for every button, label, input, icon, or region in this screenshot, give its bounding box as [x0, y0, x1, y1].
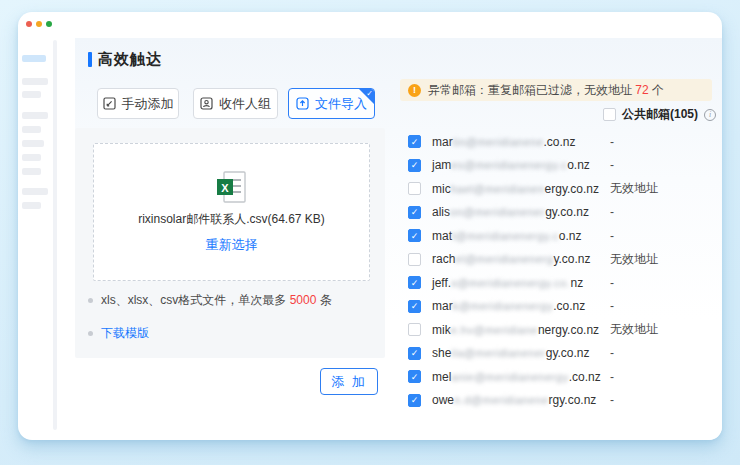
email-prefix: mat [432, 229, 452, 243]
email-address: matt@meridianenergy.co.nz [432, 229, 581, 243]
row-checkbox[interactable]: ✓ [408, 276, 421, 289]
email-address: james@meridianenergy.co.nz [432, 158, 590, 172]
row-checkbox[interactable] [408, 182, 421, 195]
row-checkbox[interactable] [408, 253, 421, 266]
upload-panel: X rixinsolar邮件联系人.csv(64.67 KB) 重新选择 xls… [75, 128, 385, 358]
sidebar-skeleton-item [22, 140, 44, 147]
email-prefix: mik [432, 323, 451, 337]
uploaded-filename: rixinsolar邮件联系人.csv(64.67 KB) [138, 211, 325, 228]
sidebar-skeleton-item [22, 188, 48, 195]
row-status: - [610, 276, 614, 290]
email-redacted: tin@meridianene [453, 136, 544, 148]
row-checkbox[interactable]: ✓ [408, 347, 421, 360]
email-suffix: .co.nz [553, 299, 585, 313]
page-title-text: 高效触达 [98, 50, 162, 69]
row-checkbox[interactable]: ✓ [408, 300, 421, 313]
row-checkbox[interactable]: ✓ [408, 394, 421, 407]
row-status: - [610, 370, 614, 384]
reselect-file-link[interactable]: 重新选择 [206, 236, 258, 254]
invalid-count: 72 [635, 83, 648, 97]
row-status: - [610, 299, 614, 313]
add-button[interactable]: 添 加 [320, 368, 378, 395]
email-list-row: michael@meridianenergy.co.nz 无效地址 [400, 177, 722, 201]
recipient-group-button[interactable]: 收件人组 [193, 88, 278, 119]
edit-square-icon [103, 97, 116, 110]
banner-text: 异常邮箱：重复邮箱已过滤，无效地址 72 个 [428, 82, 664, 99]
download-template-link[interactable]: 下载模版 [101, 325, 149, 342]
sidebar-skeleton-item [22, 126, 41, 133]
max-count: 5000 [290, 293, 317, 307]
email-address: rachel@meridianenergy.co.nz [432, 252, 591, 266]
email-prefix: mar [432, 299, 453, 313]
file-import-label: 文件导入 [315, 95, 367, 113]
sidebar-skeleton-item [22, 112, 48, 119]
selected-check-icon: ✓ [366, 89, 373, 99]
email-address: owen.d@meridianenergy.co.nz [432, 393, 596, 407]
row-status: 无效地址 [610, 321, 658, 338]
row-checkbox[interactable]: ✓ [408, 229, 421, 242]
row-status: - [610, 205, 614, 219]
contacts-icon [200, 97, 213, 110]
email-prefix: alis [432, 205, 450, 219]
email-redacted: on@meridianener [450, 206, 545, 218]
file-dropzone[interactable]: X rixinsolar邮件联系人.csv(64.67 KB) 重新选择 [93, 143, 370, 281]
email-list-row: ✓ jeff.x@meridianenergy.co.nz - [400, 271, 722, 295]
excel-file-icon: X [217, 171, 247, 203]
email-suffix: .co.nz [569, 370, 601, 384]
row-status: - [610, 135, 614, 149]
email-list-row: ✓ matt@meridianenergy.co.nz - [400, 224, 722, 248]
public-mailbox-label: 公共邮箱(105) [622, 106, 698, 123]
email-suffix: rgy.co.nz [549, 393, 597, 407]
public-mailbox-checkbox[interactable] [603, 108, 616, 121]
email-prefix: mar [432, 135, 453, 149]
svg-text:X: X [221, 181, 229, 193]
email-suffix: gy.co.nz [545, 205, 589, 219]
email-redacted: x@meridianenergy.co. [451, 277, 570, 289]
email-prefix: jam [432, 158, 451, 172]
email-address: mike.hv@meridianenergy.co.nz [432, 323, 599, 337]
public-mailbox-row: 公共邮箱(105) i [603, 106, 716, 123]
maximize-window-icon[interactable] [46, 21, 52, 27]
file-import-icon [296, 97, 309, 110]
row-checkbox[interactable]: ✓ [408, 206, 421, 219]
email-suffix: ergy.co.nz [545, 182, 599, 196]
main-content: 高效触达 手动添加 收件人组 文件导入 ✓ [75, 38, 722, 440]
email-suffix: y.co.nz [553, 252, 590, 266]
email-prefix: owe [432, 393, 454, 407]
email-list-row: mike.hv@meridianenergy.co.nz 无效地址 [400, 318, 722, 342]
email-list-row: ✓ james@meridianenergy.co.nz - [400, 154, 722, 178]
email-list-row: rachel@meridianenergy.co.nz 无效地址 [400, 248, 722, 272]
email-suffix: nz [571, 276, 584, 290]
sidebar-skeleton-item [22, 78, 48, 85]
row-checkbox[interactable] [408, 323, 421, 336]
email-list-row: ✓ owen.d@meridianenergy.co.nz - [400, 389, 722, 413]
email-suffix: gy.co.nz [546, 346, 590, 360]
email-address: martin@meridianene.co.nz [432, 135, 576, 149]
email-list: ✓ martin@meridianene.co.nz - ✓ james@mer… [400, 130, 722, 412]
row-status: - [610, 229, 614, 243]
manual-add-button[interactable]: 手动添加 [97, 88, 179, 119]
email-prefix: mel [432, 370, 451, 384]
close-window-icon[interactable] [26, 21, 32, 27]
email-redacted: ila@meridianener [451, 347, 545, 359]
sidebar-skeleton-item-active [22, 55, 46, 62]
email-redacted: hael@meridianen [451, 183, 545, 195]
template-hint: 下载模版 [88, 325, 149, 342]
email-redacted: k@meridianenergy [453, 300, 554, 312]
row-checkbox[interactable]: ✓ [408, 135, 421, 148]
file-import-button[interactable]: 文件导入 ✓ [288, 88, 375, 119]
warning-icon: ! [408, 84, 421, 97]
email-address: alison@meridianenergy.co.nz [432, 205, 589, 219]
email-list-row: ✓ melanie@meridianenergy.co.nz - [400, 365, 722, 389]
email-suffix: o.nz [567, 158, 590, 172]
row-checkbox[interactable]: ✓ [408, 159, 421, 172]
email-address: jeff.x@meridianenergy.co.nz [432, 276, 583, 290]
row-checkbox[interactable]: ✓ [408, 370, 421, 383]
bullet-icon [88, 331, 93, 336]
minimize-window-icon[interactable] [36, 21, 42, 27]
email-redacted: es@meridianenergy.c [451, 159, 567, 171]
info-icon[interactable]: i [704, 109, 716, 121]
email-redacted: n.d@meridianene [454, 394, 549, 406]
abnormal-mailbox-banner: ! 异常邮箱：重复邮箱已过滤，无效地址 72 个 [400, 79, 712, 101]
window-controls [26, 21, 52, 27]
